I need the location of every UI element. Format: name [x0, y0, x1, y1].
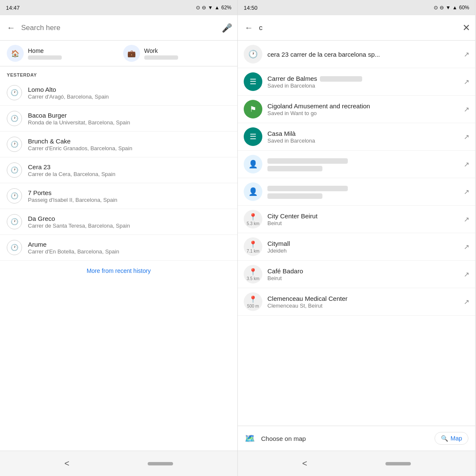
result-name-3: Casa Milà — [267, 130, 459, 137]
location-icon: ⊙ — [196, 5, 200, 11]
list-item[interactable]: 🕐 Arume Carrer d'En Botella, Barcelona, … — [0, 235, 237, 261]
left-status-icons: ⊙ ⊖ ▼ ▲ 62% — [196, 5, 231, 11]
right-status-bar: 14:50 ⊙ ⊖ ▼ ▲ 60% — [238, 0, 475, 15]
item-name-3: Cera 23 — [28, 163, 116, 171]
result-icon-8: 📍 3.5 km — [244, 265, 262, 283]
right-status-icons: ⊙ ⊖ ▼ ▲ 60% — [434, 5, 469, 11]
dist-label-7: 7.1 km — [247, 249, 259, 253]
arrow-icon-1: ↗ — [464, 78, 469, 86]
left-back-button[interactable]: ← — [5, 21, 17, 34]
item-text-1: Bacoa Burger Ronda de la Universitat, Ba… — [28, 112, 130, 126]
result-sub-7: Jdeideh — [267, 248, 459, 254]
item-addr-3: Carrer de la Cera, Barcelona, Spain — [28, 171, 116, 177]
dist-label-8: 3.5 km — [247, 276, 259, 281]
left-search-input[interactable] — [21, 24, 217, 32]
result-text-5 — [267, 185, 459, 199]
right-back-button[interactable]: ← — [243, 21, 255, 34]
clock-icon-3: 🕐 — [7, 162, 22, 178]
yesterday-header: YESTERDAY — [0, 66, 237, 80]
result-icon-6: 📍 5.3 km — [244, 210, 262, 228]
result-item-3[interactable]: ☰ Casa Milà Saved in Barcelona ↗ — [238, 123, 475, 151]
mic-icon[interactable]: 🎤 — [222, 23, 232, 33]
left-bottom-nav: < — [0, 451, 237, 476]
item-name-0: Lomo Alto — [28, 86, 109, 93]
item-name-2: Brunch & Cake — [28, 138, 132, 145]
left-time: 14:47 — [6, 5, 20, 11]
result-sub-1: Saved in Barcelona — [267, 83, 459, 89]
list-item[interactable]: 🕐 Da Greco Carrer de Santa Teresa, Barce… — [0, 209, 237, 235]
result-item-5[interactable]: 👤 ↗ — [238, 178, 475, 206]
result-sub-2: Saved in Want to go — [267, 110, 459, 116]
item-text-6: Arume Carrer d'En Botella, Barcelona, Sp… — [28, 241, 119, 255]
home-label: Home — [28, 47, 62, 54]
result-item-9[interactable]: 📍 500 m Clemenceau Medical Center Clemen… — [238, 288, 475, 316]
close-icon[interactable]: ✕ — [462, 22, 470, 33]
result-name-6: City Center Beirut — [267, 212, 459, 220]
clock-icon-2: 🕐 — [7, 137, 22, 152]
result-item-1[interactable]: ☰ Carrer de Balmes Saved in Barcelona ↗ — [238, 68, 475, 96]
home-quick-item[interactable]: 🏠 Home — [7, 45, 115, 62]
right-wifi-icon: ▼ — [446, 5, 451, 11]
more-history-button[interactable]: More from recent history — [0, 261, 237, 281]
list-item[interactable]: 🕐 7 Portes Passeig d'Isabel II, Barcelon… — [0, 183, 237, 209]
list-item[interactable]: 🕐 Brunch & Cake Carrer d'Enric Granados,… — [0, 132, 237, 157]
left-search-bar: ← 🎤 — [0, 15, 237, 41]
result-item-6[interactable]: 📍 5.3 km City Center Beirut Beirut ↗ — [238, 206, 475, 233]
result-icon-2: ⚑ — [244, 100, 262, 118]
list-item[interactable]: 🕐 Cera 23 Carrer de la Cera, Barcelona, … — [0, 157, 237, 183]
result-item-7[interactable]: 📍 7.1 km Citymall Jdeideh ↗ — [238, 233, 475, 261]
item-name-5: Da Greco — [28, 215, 130, 222]
map-btn-icon: 🔍 — [441, 435, 448, 442]
contact-icon-4: 👤 — [248, 160, 258, 169]
pin-icon-9: 📍 — [249, 295, 257, 303]
arrow-icon-6: ↗ — [464, 215, 469, 223]
result-name-blurred-1 — [320, 76, 362, 82]
result-item-4[interactable]: 👤 ↗ — [238, 151, 475, 178]
arrow-icon-0: ↗ — [464, 50, 469, 58]
map-button[interactable]: 🔍 Map — [435, 432, 468, 445]
arrow-icon-4: ↗ — [464, 160, 469, 168]
result-name-9: Clemenceau Medical Center — [267, 295, 459, 302]
right-search-input[interactable] — [259, 24, 458, 32]
work-quick-item[interactable]: 💼 Work — [123, 45, 231, 62]
result-item-2[interactable]: ⚑ Cigoland Amusement and recreation Save… — [238, 96, 475, 123]
home-text: Home — [28, 47, 62, 60]
work-icon-circle: 💼 — [123, 45, 140, 62]
list-item[interactable]: 🕐 Bacoa Burger Ronda de la Universitat, … — [0, 106, 237, 132]
result-item-0[interactable]: 🕐 cera 23 carrer de la cera barcelona sp… — [238, 41, 475, 68]
list-item[interactable]: 🕐 Lomo Alto Carrer d'Aragó, Barcelona, S… — [0, 80, 237, 106]
contact-icon-5: 👤 — [248, 187, 258, 196]
signal-icon: ▲ — [215, 5, 220, 11]
arrow-icon-8: ↗ — [464, 270, 469, 278]
result-text-3: Casa Milà Saved in Barcelona — [267, 130, 459, 144]
result-text-6: City Center Beirut Beirut — [267, 212, 459, 226]
left-nav-pill — [148, 462, 173, 465]
left-panel: 14:47 ⊙ ⊖ ▼ ▲ 62% ← 🎤 🏠 Home 💼 — [0, 0, 238, 476]
work-icon: 💼 — [127, 50, 136, 58]
quick-access-row: 🏠 Home 💼 Work — [0, 41, 237, 66]
contact-sub-blurred-5 — [267, 193, 322, 199]
list-result-icon-1: ☰ — [250, 77, 256, 86]
work-address-blurred — [144, 55, 178, 60]
work-text: Work — [144, 47, 178, 60]
result-icon-9: 📍 500 m — [244, 292, 262, 311]
result-name-2: Cigoland Amusement and recreation — [267, 102, 459, 110]
right-search-bar: ← ✕ — [238, 15, 475, 41]
item-addr-6: Carrer d'En Botella, Barcelona, Spain — [28, 248, 119, 255]
item-text-2: Brunch & Cake Carrer d'Enric Granados, B… — [28, 138, 132, 151]
arrow-icon-7: ↗ — [464, 243, 469, 251]
wifi-icon: ▼ — [208, 5, 213, 11]
clock-icon-1: 🕐 — [7, 111, 22, 126]
result-text-7: Citymall Jdeideh — [267, 240, 459, 254]
item-name-4: 7 Portes — [28, 189, 117, 196]
left-nav-back[interactable]: < — [64, 459, 69, 468]
result-item-8[interactable]: 📍 3.5 km Café Badaro Beirut ↗ — [238, 261, 475, 288]
clock-icon-0: 🕐 — [7, 85, 22, 100]
right-nav-pill — [385, 462, 411, 465]
right-nav-back[interactable]: < — [302, 459, 307, 468]
result-text-1: Carrer de Balmes Saved in Barcelona — [267, 75, 459, 89]
map-outline-icon: 🗺️ — [245, 433, 255, 443]
pin-icon-6: 📍 — [249, 213, 257, 221]
item-name-1: Bacoa Burger — [28, 112, 130, 119]
arrow-icon-5: ↗ — [464, 188, 469, 196]
